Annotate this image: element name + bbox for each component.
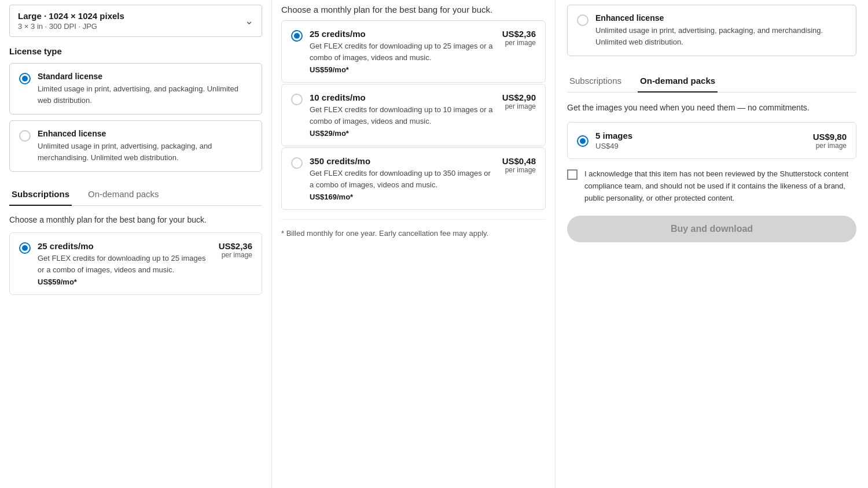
plan-per-image-label-10-mid: per image xyxy=(502,102,536,110)
monthly-plan-desc-mid: Choose a monthly plan for the best bang … xyxy=(281,5,546,14)
license-type-label: License type xyxy=(9,46,262,56)
left-tabs-row: Subscriptions On-demand packs xyxy=(9,183,262,206)
plan-per-image-label-350-mid: per image xyxy=(502,166,536,174)
plan-credits-350-mid: 350 credits/mo xyxy=(310,156,495,166)
plan-desc-10-mid: Get FLEX credits for downloading up to 1… xyxy=(310,104,495,127)
tab-subscriptions-left[interactable]: Subscriptions xyxy=(9,183,72,206)
plan-radio-10-mid[interactable] xyxy=(291,94,303,105)
plan-monthly-price-350-mid: US$169/mo* xyxy=(310,193,495,201)
plan-radio-25-left[interactable] xyxy=(19,242,31,254)
plan-radio-350-mid[interactable] xyxy=(291,157,303,169)
left-panel: Large · 1024 × 1024 pixels 3 × 3 in · 30… xyxy=(0,0,272,488)
enhanced-license-option-right[interactable]: Enhanced license Unlimited usage in prin… xyxy=(567,5,856,56)
image-size-selector[interactable]: Large · 1024 × 1024 pixels 3 × 3 in · 30… xyxy=(9,5,262,37)
plan-desc-25-left: Get FLEX credits for downloading up to 2… xyxy=(38,253,212,275)
tab-on-demand-right[interactable]: On-demand packs xyxy=(638,70,718,93)
plan-per-image-price-10-mid: US$2,90 xyxy=(502,93,536,102)
plan-per-image-price-350-mid: US$0,48 xyxy=(502,156,536,166)
on-demand-radio-5images[interactable] xyxy=(577,135,589,147)
on-demand-per-image-label: per image xyxy=(813,142,847,150)
middle-panel: Choose a monthly plan for the best bang … xyxy=(272,0,556,488)
on-demand-sub-price: US$49 xyxy=(595,142,806,150)
enhanced-license-radio[interactable] xyxy=(19,130,31,142)
standard-license-radio[interactable] xyxy=(19,73,31,84)
plan-card-10-mid[interactable]: 10 credits/mo Get FLEX credits for downl… xyxy=(281,84,546,146)
enhanced-license-name-right: Enhanced license xyxy=(595,13,847,23)
acknowledge-text: I acknowledge that this item has not bee… xyxy=(584,168,856,204)
enhanced-license-desc-right: Unlimited usage in print, advertising, p… xyxy=(595,25,847,47)
chevron-down-icon: ⌄ xyxy=(245,14,253,27)
on-demand-desc: Get the images you need when you need th… xyxy=(567,102,856,114)
plan-desc-350-mid: Get FLEX credits for downloading up to 3… xyxy=(310,168,495,190)
enhanced-license-name: Enhanced license xyxy=(38,129,252,138)
plan-radio-25-mid[interactable] xyxy=(291,30,303,42)
standard-license-desc: Limited usage in print, advertising, and… xyxy=(38,83,252,106)
plan-monthly-price-10-mid: US$29/mo* xyxy=(310,129,495,138)
plan-credits-25-left: 25 credits/mo xyxy=(38,241,212,251)
tab-subscriptions-right[interactable]: Subscriptions xyxy=(567,70,624,93)
monthly-plan-desc-left: Choose a monthly plan for the best bang … xyxy=(9,215,262,224)
plan-credits-10-mid: 10 credits/mo xyxy=(310,93,495,102)
plan-monthly-price-25-left: US$59/mo* xyxy=(38,278,212,286)
on-demand-per-image-price: US$9,80 xyxy=(813,132,847,142)
image-size-label: Large · 1024 × 1024 pixels xyxy=(18,11,124,21)
on-demand-card-5images[interactable]: 5 images US$49 US$9,80 per image xyxy=(567,122,856,159)
enhanced-license-radio-right[interactable] xyxy=(577,14,589,26)
plan-per-image-price-25-mid: US$2,36 xyxy=(502,29,536,39)
plan-desc-25-mid: Get FLEX credits for downloading up to 2… xyxy=(310,40,495,63)
buy-download-button[interactable]: Buy and download xyxy=(567,216,856,242)
plan-credits-25-mid: 25 credits/mo xyxy=(310,29,495,39)
enhanced-license-desc: Unlimited usage in print, advertising, p… xyxy=(38,141,252,163)
plan-per-image-label-25-mid: per image xyxy=(502,39,536,47)
plan-per-image-price-25-left: US$2,36 xyxy=(219,241,252,251)
tab-on-demand-left[interactable]: On-demand packs xyxy=(86,183,161,206)
plan-per-image-label-25-left: per image xyxy=(219,251,252,259)
acknowledge-checkbox[interactable] xyxy=(567,169,578,180)
plan-card-25-left[interactable]: 25 credits/mo Get FLEX credits for downl… xyxy=(9,232,262,295)
plan-card-350-mid[interactable]: 350 credits/mo Get FLEX credits for down… xyxy=(281,147,546,210)
on-demand-images-label: 5 images xyxy=(595,131,806,141)
billing-note: * Billed monthly for one year. Early can… xyxy=(281,219,546,247)
acknowledge-section: I acknowledge that this item has not bee… xyxy=(567,168,856,204)
enhanced-license-option[interactable]: Enhanced license Unlimited usage in prin… xyxy=(9,120,262,172)
standard-license-option[interactable]: Standard license Limited usage in print,… xyxy=(9,63,262,114)
right-tabs-row: Subscriptions On-demand packs xyxy=(567,70,856,93)
standard-license-name: Standard license xyxy=(38,72,252,81)
plan-monthly-price-25-mid: US$59/mo* xyxy=(310,65,495,74)
right-panel: Enhanced license Unlimited usage in prin… xyxy=(556,0,868,488)
image-size-sub: 3 × 3 in · 300 DPI · JPG xyxy=(18,22,124,31)
plan-card-25-mid[interactable]: 25 credits/mo Get FLEX credits for downl… xyxy=(281,20,546,83)
